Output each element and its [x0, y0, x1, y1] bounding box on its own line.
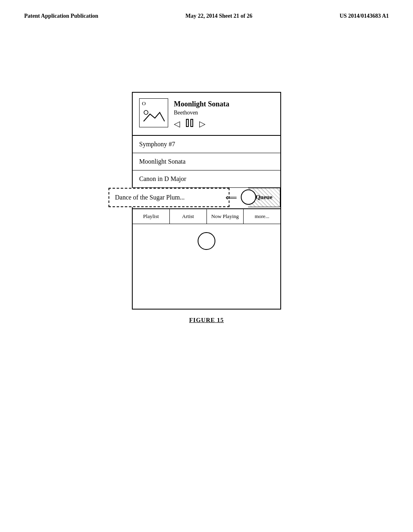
- now-playing-section: O Moonlight Sonata Beethoven ◁: [133, 93, 280, 136]
- drag-item-dashed[interactable]: Dance of the Sugar Plum...: [108, 188, 229, 207]
- track-info: Moonlight Sonata Beethoven ◁ ▷: [174, 98, 229, 129]
- header-right: US 2014/0143683 A1: [340, 13, 389, 19]
- song-item-1[interactable]: Symphony #7: [133, 136, 280, 153]
- tab-more[interactable]: more...: [244, 209, 280, 224]
- song-item-3[interactable]: Canon in D Major: [133, 170, 280, 188]
- drag-item-label: Dance of the Sugar Plum...: [115, 194, 185, 201]
- pause-icon: [186, 118, 194, 127]
- track-title: Moonlight Sonata: [174, 100, 229, 109]
- figure-caption: FIGURE 15: [189, 317, 224, 324]
- drag-item-container: Dance of the Sugar Plum... ⟸ Queue: [133, 188, 280, 209]
- album-art: O: [139, 98, 168, 127]
- song-item-2[interactable]: Moonlight Sonata: [133, 153, 280, 170]
- prev-button[interactable]: ◁: [174, 119, 180, 129]
- phone-frame: O Moonlight Sonata Beethoven ◁: [132, 92, 281, 310]
- album-art-letter: O: [142, 100, 146, 107]
- track-controls: ◁ ▷: [174, 118, 229, 129]
- drag-circle-handle[interactable]: [241, 189, 256, 205]
- patent-header: Patent Application Publication May 22, 2…: [0, 0, 413, 19]
- svg-point-0: [144, 110, 148, 114]
- track-artist: Beethoven: [174, 110, 229, 116]
- main-content: O Moonlight Sonata Beethoven ◁: [0, 19, 413, 324]
- album-art-icon: [142, 108, 166, 125]
- home-button[interactable]: [198, 232, 215, 250]
- svg-rect-1: [186, 119, 188, 127]
- header-left: Patent Application Publication: [24, 13, 98, 19]
- tab-bar: Playlist Artist Now Playing more...: [133, 209, 280, 224]
- pause-button[interactable]: [186, 118, 194, 129]
- tab-now-playing[interactable]: Now Playing: [207, 209, 244, 224]
- tab-artist[interactable]: Artist: [170, 209, 207, 224]
- svg-rect-2: [191, 119, 193, 127]
- home-button-area: [133, 224, 280, 256]
- next-button[interactable]: ▷: [199, 119, 205, 129]
- header-center: May 22, 2014 Sheet 21 of 26: [186, 13, 252, 19]
- drag-arrow-icon: ⟸: [225, 193, 237, 202]
- tab-playlist[interactable]: Playlist: [133, 209, 170, 224]
